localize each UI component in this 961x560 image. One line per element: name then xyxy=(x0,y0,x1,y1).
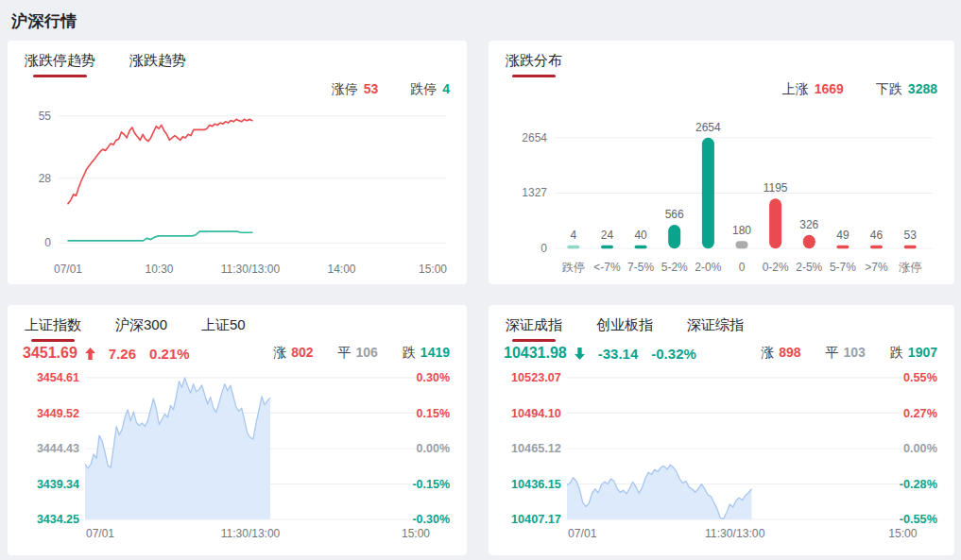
svg-text:28: 28 xyxy=(39,172,51,185)
svg-text:10436.15: 10436.15 xyxy=(511,476,561,490)
tab-szse-component[interactable]: 深证成指 xyxy=(504,314,564,344)
limit-up-stat: 涨停53 xyxy=(332,81,379,98)
svg-text:5-7%: 5-7% xyxy=(830,261,856,274)
svg-text:07/01: 07/01 xyxy=(54,263,82,276)
tab-sse-index[interactable]: 上证指数 xyxy=(23,314,83,344)
svg-text:07/01: 07/01 xyxy=(86,527,114,540)
svg-text:11:30/13:00: 11:30/13:00 xyxy=(705,527,764,540)
sz-index-price: 10431.98 xyxy=(504,345,567,362)
svg-text:0-2%: 0-2% xyxy=(763,261,789,274)
decliners-stat: 下跌3288 xyxy=(876,81,937,98)
sz-breadth: 涨898 平103 跌1907 xyxy=(761,345,937,362)
sh-index-chart: 3454.610.30%3449.520.15%3444.430.00%3439… xyxy=(23,365,452,548)
svg-text:10:30: 10:30 xyxy=(145,263,173,276)
tab-chinext[interactable]: 创业板指 xyxy=(594,314,655,344)
svg-text:46: 46 xyxy=(870,229,884,242)
sh-index-stats: 3451.69 7.26 0.21% 涨802 平106 跌1419 xyxy=(23,344,452,365)
svg-text:0: 0 xyxy=(739,261,746,274)
panel-grid: 涨跌停趋势 涨跌趋势 涨停53 跌停4 0285507/0110:3011:30… xyxy=(0,41,961,555)
sh-index-pct: 0.21% xyxy=(149,346,190,362)
svg-text:-0.30%: -0.30% xyxy=(412,512,450,527)
sh-index-quote: 3451.69 7.26 0.21% xyxy=(23,345,190,362)
tab-limit-updown-trend[interactable]: 涨跌停趋势 xyxy=(23,50,97,79)
sz-index-tabs: 深证成指 创业板指 深证综指 xyxy=(504,314,939,344)
svg-text:11:30/13:00: 11:30/13:00 xyxy=(221,263,281,276)
sz-down-count: 跌1907 xyxy=(890,345,937,362)
svg-text:15:00: 15:00 xyxy=(419,263,447,276)
svg-text:0.15%: 0.15% xyxy=(417,405,451,420)
sz-index-chart: 10523.070.55%10494.100.27%10465.120.00%1… xyxy=(504,365,939,548)
svg-text:2-5%: 2-5% xyxy=(796,261,822,274)
sh-down-count: 跌1419 xyxy=(403,345,450,362)
svg-text:53: 53 xyxy=(904,229,918,242)
svg-text:10494.10: 10494.10 xyxy=(511,405,561,419)
svg-text:4: 4 xyxy=(570,229,576,242)
svg-text:1327: 1327 xyxy=(522,186,547,199)
distribution-chart: 0132726544跌停24<-7%407-5%5665-2%26542-0%1… xyxy=(504,102,939,277)
limit-up-label: 涨停 xyxy=(332,81,358,96)
sz-index-pct: -0.32% xyxy=(651,346,696,362)
svg-text:55: 55 xyxy=(39,110,51,123)
sh-up-count: 涨802 xyxy=(273,345,313,362)
sz-up-count: 涨898 xyxy=(761,345,800,362)
sh-index-change: 7.26 xyxy=(109,346,136,362)
limit-up-value: 53 xyxy=(364,81,379,96)
svg-text:<-7%: <-7% xyxy=(593,261,621,274)
svg-text:326: 326 xyxy=(799,218,818,231)
svg-text:3434.25: 3434.25 xyxy=(37,512,79,527)
decliners-value: 3288 xyxy=(908,81,937,96)
svg-text:10465.12: 10465.12 xyxy=(511,441,561,455)
page-title: 沪深行情 xyxy=(0,0,961,41)
limit-trend-legend: 涨停53 跌停4 xyxy=(23,79,452,102)
svg-text:11:30/13:00: 11:30/13:00 xyxy=(221,527,281,540)
svg-text:-0.15%: -0.15% xyxy=(412,476,450,491)
svg-text:0: 0 xyxy=(541,242,547,255)
advancers-value: 1669 xyxy=(815,81,844,96)
svg-text:566: 566 xyxy=(665,208,684,221)
svg-text:2654: 2654 xyxy=(695,121,721,134)
distribution-legend: 上涨1669 下跌3288 xyxy=(504,79,939,102)
limit-trend-tabs: 涨跌停趋势 涨跌趋势 xyxy=(23,50,452,79)
panel-distribution: 涨跌分布 上涨1669 下跌3288 0132726544跌停24<-7%407… xyxy=(489,41,954,284)
tab-distribution[interactable]: 涨跌分布 xyxy=(504,50,564,79)
svg-text:10523.07: 10523.07 xyxy=(511,370,561,384)
tab-sse50[interactable]: 上证50 xyxy=(199,314,248,344)
tab-szse-composite[interactable]: 深证综指 xyxy=(685,314,746,344)
up-arrow-icon xyxy=(85,348,95,360)
sh-flat-count: 平106 xyxy=(337,345,377,362)
svg-text:0.30%: 0.30% xyxy=(417,370,451,385)
svg-text:0.27%: 0.27% xyxy=(903,405,937,419)
down-arrow-icon xyxy=(575,348,585,360)
panel-sz-index: 深证成指 创业板指 深证综指 10431.98 -33.14 -0.32% 涨8… xyxy=(489,305,954,555)
panel-limit-trend: 涨跌停趋势 涨跌趋势 涨停53 跌停4 0285507/0110:3011:30… xyxy=(8,41,467,284)
svg-text:15:00: 15:00 xyxy=(402,527,430,540)
market-overview-page: 沪深行情 涨跌停趋势 涨跌趋势 涨停53 跌停4 0285507/0110:30… xyxy=(0,0,961,555)
svg-text:2-0%: 2-0% xyxy=(695,261,721,274)
tab-updown-trend[interactable]: 涨跌趋势 xyxy=(128,50,188,79)
svg-text:07/01: 07/01 xyxy=(568,527,596,540)
svg-text:3444.43: 3444.43 xyxy=(37,441,79,456)
svg-text:-0.55%: -0.55% xyxy=(900,512,938,526)
svg-text:2654: 2654 xyxy=(522,131,547,144)
svg-text:>7%: >7% xyxy=(865,261,888,274)
svg-text:0.55%: 0.55% xyxy=(903,370,937,384)
svg-text:-0.28%: -0.28% xyxy=(900,476,938,490)
svg-text:5-2%: 5-2% xyxy=(661,261,688,274)
sh-index-price: 3451.69 xyxy=(23,345,77,362)
sz-flat-count: 平103 xyxy=(825,345,865,362)
tab-csi300[interactable]: 沪深300 xyxy=(113,314,169,344)
sh-index-tabs: 上证指数 沪深300 上证50 xyxy=(23,314,452,344)
limit-trend-chart: 0285507/0110:3011:30/13:0014:0015:00 xyxy=(23,102,452,277)
svg-text:14:00: 14:00 xyxy=(327,263,355,276)
sz-index-change: -33.14 xyxy=(598,346,639,362)
svg-text:7-5%: 7-5% xyxy=(627,261,654,274)
svg-text:0.00%: 0.00% xyxy=(417,441,451,456)
panel-sh-index: 上证指数 沪深300 上证50 3451.69 7.26 0.21% 涨802 … xyxy=(8,305,467,555)
svg-text:涨停: 涨停 xyxy=(898,261,921,274)
distribution-tabs: 涨跌分布 xyxy=(504,50,939,79)
svg-text:0: 0 xyxy=(44,236,51,249)
svg-text:跌停: 跌停 xyxy=(562,261,585,274)
svg-text:3449.52: 3449.52 xyxy=(37,405,79,420)
svg-text:15:00: 15:00 xyxy=(888,527,917,540)
sz-index-stats: 10431.98 -33.14 -0.32% 涨898 平103 跌1907 xyxy=(504,344,939,365)
